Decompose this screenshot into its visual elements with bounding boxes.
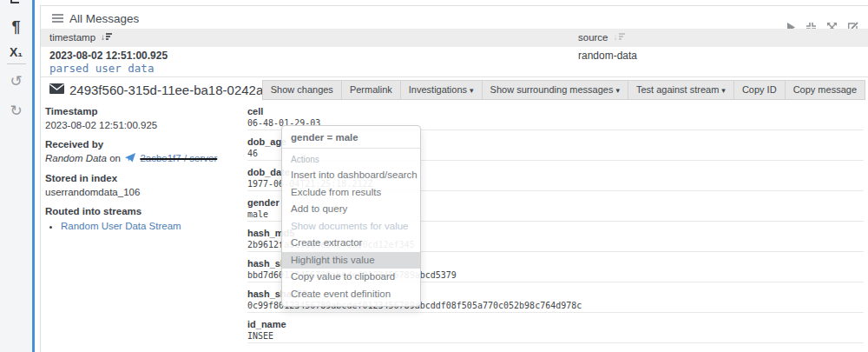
show-surrounding-messages-dropdown[interactable]: Show surrounding messages▾ [482, 80, 628, 100]
permalink-button[interactable]: Permalink [341, 80, 401, 100]
context-menu-header: gender = male [282, 126, 420, 149]
undo-icon[interactable]: ↺ [0, 72, 32, 90]
subscript-icon[interactable]: X₁ [0, 45, 32, 59]
timestamp-column-label: timestamp [49, 32, 95, 43]
caret-down-icon: ▾ [470, 86, 474, 95]
widget-header: All Messages [52, 10, 139, 27]
paper-plane-icon [125, 154, 138, 164]
stream-list-item: Random User Data Stream [61, 220, 243, 232]
clipped-toolbar-icon[interactable] [10, 0, 19, 3]
meta-timestamp-label: Timestamp [45, 105, 243, 117]
message-meta-column: Timestamp 2023-08-02 12:51:00.925 Receiv… [45, 105, 243, 239]
meta-routed-streams-label: Routed into streams [45, 205, 243, 217]
menu-item-add-to-query[interactable]: Add to query [282, 201, 420, 218]
field-name[interactable]: id_name [247, 318, 864, 330]
caret-down-icon: ▾ [721, 86, 726, 95]
meta-timestamp-value: 2023-08-02 12:51:00.925 [45, 119, 243, 131]
widget-title: All Messages [69, 12, 139, 25]
conjunction: on [109, 153, 121, 163]
menu-item-exclude-from-results[interactable]: Exclude from results [282, 184, 420, 202]
stream-link[interactable]: Random User Data Stream [61, 221, 181, 231]
show-changes-button[interactable]: Show changes [262, 80, 342, 100]
message-actions: Show changes Permalink Investigations▾ S… [263, 80, 865, 100]
context-menu-section-label: Actions [282, 152, 420, 167]
field-name[interactable]: cell [247, 105, 864, 117]
row-message-preview[interactable]: parsed user data [49, 62, 154, 75]
page: ¶ X₁ ↺ ↻ All Messages ⌄ [0, 0, 868, 352]
editor-toolbar: ¶ X₁ ↺ ↻ [0, 0, 32, 352]
selection-caret [32, 0, 35, 352]
field-row-id-name[interactable]: id_name INSEE [247, 313, 864, 343]
menu-item-insert-into-dashboard[interactable]: Insert into dashboard/search [282, 167, 420, 184]
investigations-dropdown[interactable]: Investigations▾ [400, 80, 483, 100]
source-column-label: source [578, 32, 608, 43]
meta-received-by-value: Random Data on 2acbe1f7 / server [45, 152, 243, 165]
menu-item-create-event-definition[interactable]: Create event definition [282, 286, 420, 303]
menu-item-highlight-this-value[interactable]: Highlight this value [282, 252, 420, 269]
menu-item-create-extractor[interactable]: Create extractor [282, 235, 420, 252]
field-value[interactable]: INSEE [247, 330, 864, 342]
meta-received-by-label: Received by [45, 138, 243, 150]
test-against-stream-dropdown[interactable]: Test against stream▾ [628, 80, 734, 100]
row-source[interactable]: random-data [578, 50, 637, 62]
input-name: Random Data [45, 153, 107, 163]
row-timestamp[interactable]: 2023-08-02 12:51:00.925 [49, 50, 168, 62]
envelope-icon [49, 82, 64, 97]
drag-handle-icon[interactable] [52, 12, 63, 24]
meta-stored-index-value: userrandomdata_106 [45, 186, 243, 198]
meta-stored-index-label: Stored in index [45, 172, 243, 184]
node-link[interactable]: 2acbe1f7 / server [140, 153, 217, 163]
message-table-header: timestamp ↓ source ↓ [41, 29, 868, 47]
field-actions-context-menu: gender = male Actions Insert into dashbo… [281, 125, 421, 307]
copy-id-button[interactable]: Copy ID [733, 80, 786, 100]
toolbar-divider [7, 63, 26, 64]
paragraph-icon[interactable]: ¶ [0, 18, 32, 37]
menu-item-copy-value-to-clipboard[interactable]: Copy value to clipboard [282, 269, 420, 286]
caret-down-icon: ▾ [615, 86, 620, 95]
redo-icon[interactable]: ↻ [0, 102, 32, 120]
copy-message-button[interactable]: Copy message [785, 80, 865, 100]
column-header-source[interactable]: source ↓ [578, 32, 625, 43]
menu-item-show-documents-for-value: Show documents for value [282, 218, 420, 236]
sort-desc-icon[interactable]: ↓ [101, 33, 112, 42]
sort-inactive-icon[interactable]: ↓ [614, 33, 625, 42]
row-divider [41, 76, 868, 77]
column-header-timestamp[interactable]: timestamp ↓ [49, 32, 112, 43]
